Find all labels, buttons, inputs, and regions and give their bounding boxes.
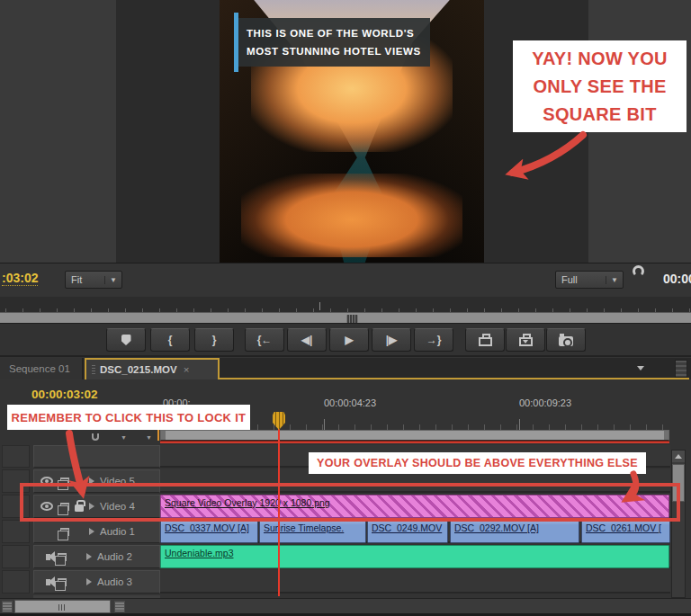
tab-dsc-0215[interactable]: DSC_0215.MOV × xyxy=(85,358,220,379)
ruler-label-2: 00:00:09:23 xyxy=(519,397,571,408)
expand-arrow-icon[interactable] xyxy=(89,528,94,535)
render-indicator-bar xyxy=(160,441,669,443)
track-header-audio2: Audio 2 xyxy=(33,545,160,568)
snap-icon xyxy=(92,433,99,441)
step-back-icon: ◀| xyxy=(301,334,313,346)
mark-in-button[interactable]: { xyxy=(150,328,190,352)
extract-icon xyxy=(519,337,533,346)
clip-dsc-0261[interactable]: DSC_0261.MOV [ xyxy=(581,520,670,543)
monitor-left-background xyxy=(0,0,116,263)
annotation-highlight-rect xyxy=(20,483,680,522)
timeline-tab-bar: Sequence 01 DSC_0215.MOV × xyxy=(0,358,691,379)
go-to-out-icon: →} xyxy=(426,334,442,346)
go-to-out-button[interactable]: →} xyxy=(414,328,453,352)
tab-grip-icon xyxy=(92,365,95,375)
yay-line-3: SQUARE BIT xyxy=(532,101,668,129)
expand-arrow-icon[interactable] xyxy=(86,578,92,585)
track-header-audio3: Audio 3 xyxy=(33,570,160,594)
tab-sequence-01[interactable]: Sequence 01 xyxy=(0,358,83,379)
track-target-cell[interactable] xyxy=(2,545,30,568)
sync-lock-icon[interactable] xyxy=(60,528,69,536)
monitor-duration-timecode: 00:00 xyxy=(663,271,691,287)
playback-resolution-value: Full xyxy=(556,274,606,285)
tab-sequence-label: Sequence 01 xyxy=(9,363,70,374)
step-forward-button[interactable]: |▶ xyxy=(372,328,411,352)
mark-out-icon: } xyxy=(212,334,217,346)
step-back-button[interactable]: ◀| xyxy=(287,328,327,352)
yay-line-1: YAY! NOW YOU xyxy=(532,45,668,73)
clip-dsc-0249[interactable]: DSC_0249.MOV xyxy=(367,520,448,543)
timeline-zoom-scrollbar[interactable] xyxy=(160,430,669,441)
caption-line-2: MOST STUNNING HOTEL VIEWS xyxy=(247,42,423,60)
tab-clip-label: DSC_0215.MOV xyxy=(100,364,177,375)
annotation-yay-note: YAY! NOW YOU ONLY SEE THE SQUARE BIT xyxy=(513,40,687,132)
export-frame-button[interactable] xyxy=(546,328,586,352)
clip-undeniable-mp3[interactable]: Undeniable.mp3 xyxy=(160,545,669,568)
transport-controls: { } {← ◀| ▶ |▶ →} xyxy=(0,324,691,357)
extract-button[interactable] xyxy=(506,328,545,352)
clip-label: DSC_0337.MOV [A] xyxy=(165,522,249,533)
horizontal-scroll-thumb[interactable] xyxy=(14,600,111,613)
close-icon[interactable]: × xyxy=(184,364,190,375)
monitor-control-bar: :03:02 Fit ▼ Full ▼ 00:00 xyxy=(0,263,691,297)
scroll-right-button[interactable] xyxy=(114,601,125,612)
timeline-horizontal-scrollbar[interactable] xyxy=(0,598,691,613)
expand-arrow-icon[interactable] xyxy=(86,553,92,560)
go-to-in-button[interactable]: {← xyxy=(245,328,284,352)
track-name[interactable]: Audio 1 xyxy=(100,526,135,537)
sync-lock-icon[interactable] xyxy=(58,553,67,561)
clip-label: DSC_0249.MOV xyxy=(372,522,442,533)
ruler-label-1: 00:00:04:23 xyxy=(324,397,376,408)
major-tick xyxy=(324,419,325,430)
monitor-current-timecode[interactable]: :03:02 xyxy=(2,271,38,286)
play-icon: ▶ xyxy=(345,334,353,346)
speaker-icon[interactable] xyxy=(46,554,50,560)
camera-icon xyxy=(559,336,573,346)
playback-resolution-dropdown[interactable]: Full ▼ xyxy=(555,271,624,289)
chevron-down-icon[interactable]: ▼ xyxy=(146,434,152,441)
clip-label: DSC_0261.MOV [ xyxy=(586,522,661,533)
clip-dsc-0337[interactable]: DSC_0337.MOV [A] xyxy=(160,520,258,543)
scroll-left-button[interactable] xyxy=(2,601,13,612)
step-forward-icon: |▶ xyxy=(386,334,398,346)
premiere-window: THIS IS ONE OF THE WORLD'S MOST STUNNING… xyxy=(0,0,691,616)
track-target-cell[interactable] xyxy=(2,520,30,543)
video-caption: THIS IS ONE OF THE WORLD'S MOST STUNNING… xyxy=(236,18,430,67)
tab-bar-scroll-widget[interactable] xyxy=(675,360,687,378)
speaker-icon[interactable] xyxy=(46,579,50,585)
clip-label: DSC_0292.MOV [A] xyxy=(454,522,539,533)
zoom-level-dropdown[interactable]: Fit ▼ xyxy=(65,271,122,289)
track-target-cell[interactable] xyxy=(2,445,30,468)
track-header-empty xyxy=(33,445,160,468)
marker-icon xyxy=(121,335,131,345)
timeline-playhead-timecode[interactable]: 00:00:03:02 xyxy=(31,388,98,401)
go-to-in-icon: {← xyxy=(257,334,273,346)
play-button[interactable]: ▶ xyxy=(329,328,369,352)
lift-button[interactable] xyxy=(465,328,505,352)
clip-dsc-0292[interactable]: DSC_0292.MOV [A] xyxy=(450,520,579,543)
chevron-down-icon: ▼ xyxy=(104,276,121,284)
add-marker-button[interactable] xyxy=(106,328,146,352)
scroll-up-button[interactable] xyxy=(672,451,685,462)
annotation-lock-note: REMEMBER TO CLICK THIS TO LOCK IT xyxy=(7,405,250,430)
zoom-level-value: Fit xyxy=(66,274,104,285)
annotation-overlay-note: YOUR OVERLAY SHOULD BE ABOVE EVERYTHING … xyxy=(309,452,646,474)
monitor-scrubber-track[interactable] xyxy=(0,312,691,324)
mark-in-icon: { xyxy=(168,334,173,346)
track-name[interactable]: Audio 2 xyxy=(97,551,132,562)
chevron-down-icon[interactable]: ▼ xyxy=(121,434,127,441)
video-preview: THIS IS ONE OF THE WORLD'S MOST STUNNING… xyxy=(220,0,484,263)
mark-out-button[interactable]: } xyxy=(194,328,234,352)
sync-lock-icon[interactable] xyxy=(58,578,67,586)
clip-sunrise-timelapse[interactable]: Sunrise Timelapse. xyxy=(259,520,366,543)
monitor-mini-ruler[interactable] xyxy=(0,297,691,312)
major-tick xyxy=(519,419,520,430)
track-target-cell[interactable] xyxy=(2,570,30,594)
work-area-start-marker xyxy=(157,430,159,441)
yay-line-2: ONLY SEE THE xyxy=(532,73,668,101)
scrubber-handle[interactable] xyxy=(346,315,358,323)
track-name[interactable]: Audio 3 xyxy=(97,576,132,587)
lift-icon xyxy=(479,337,492,346)
track-row xyxy=(160,570,670,594)
caption-line-1: THIS IS ONE OF THE WORLD'S xyxy=(247,24,423,42)
